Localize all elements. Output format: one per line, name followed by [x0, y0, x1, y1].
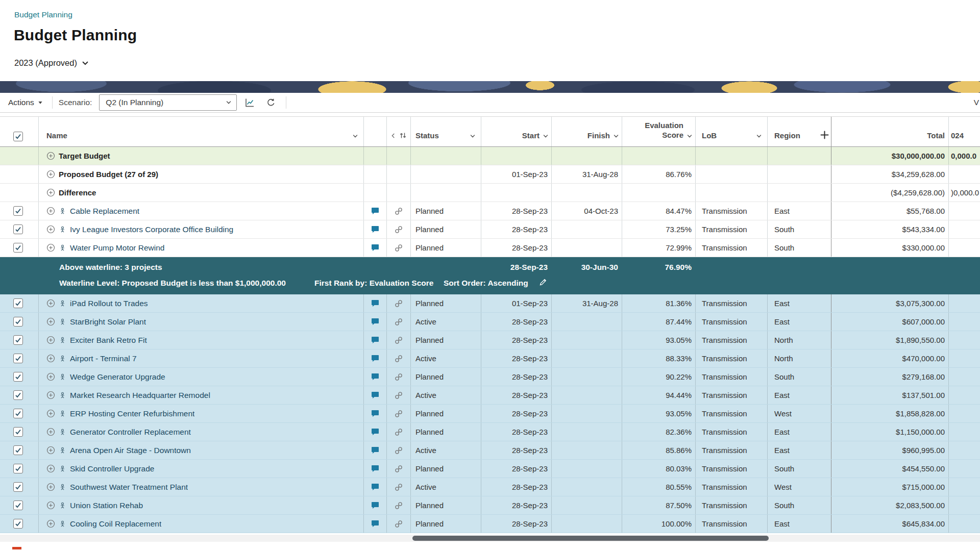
link-icon[interactable] — [395, 428, 403, 436]
row-checkbox[interactable] — [13, 224, 23, 234]
link-icon[interactable] — [395, 226, 403, 234]
row-checkbox[interactable] — [13, 445, 23, 455]
expand-row-icon[interactable] — [46, 501, 55, 510]
link-icon[interactable] — [395, 410, 403, 418]
link-icon[interactable] — [395, 391, 403, 399]
project-name-link[interactable]: Market Research Headquarter Remodel — [70, 391, 210, 400]
column-header-lob[interactable]: LoB — [696, 117, 768, 146]
project-name-link[interactable]: Arena Open Air Stage - Downtown — [70, 446, 191, 455]
table-row[interactable]: Proposed Budget (27 of 29) 01-Sep-23 31-… — [0, 165, 980, 184]
select-all-checkbox[interactable] — [13, 132, 23, 141]
expand-row-icon[interactable] — [46, 317, 55, 326]
link-icon[interactable] — [395, 502, 403, 510]
sort-arrows-icon[interactable] — [399, 132, 407, 139]
project-name-link[interactable]: ERP Hosting Center Refurbishment — [70, 409, 194, 418]
chevron-down-icon[interactable] — [613, 133, 619, 139]
comment-icon[interactable] — [371, 410, 379, 417]
project-name-link[interactable]: Ivy League Investors Corporate Office Bu… — [70, 225, 233, 234]
expand-row-icon[interactable] — [46, 170, 55, 179]
table-row[interactable]: Skid Controller Upgrade Planned 28-Sep-2… — [0, 460, 980, 478]
comment-icon[interactable] — [371, 207, 379, 215]
link-icon[interactable] — [395, 318, 403, 326]
link-icon[interactable] — [395, 446, 403, 455]
comment-icon[interactable] — [371, 502, 379, 509]
project-name-link[interactable]: Wedge Generator Upgrade — [70, 372, 165, 382]
project-name-link[interactable]: iPad Rollout to Trades — [70, 299, 148, 308]
column-header-status[interactable]: Status — [411, 117, 481, 146]
row-checkbox[interactable] — [13, 354, 23, 363]
expand-row-icon[interactable] — [46, 188, 55, 197]
scenario-select[interactable]: Q2 (In Planning) — [99, 94, 237, 111]
table-row[interactable]: StarBright Solar Plant Active 28-Sep-23 … — [0, 313, 980, 331]
table-row[interactable]: Market Research Headquarter Remodel Acti… — [0, 386, 980, 405]
link-icon[interactable] — [395, 373, 403, 381]
expand-row-icon[interactable] — [46, 372, 55, 381]
expand-row-icon[interactable] — [46, 299, 55, 308]
project-name-link[interactable]: Airport - Terminal 7 — [70, 354, 137, 363]
link-icon[interactable] — [395, 244, 403, 252]
project-name-link[interactable]: Water Pump Motor Rewind — [70, 243, 165, 253]
project-name-link[interactable]: Skid Controller Upgrade — [70, 464, 154, 473]
chevron-down-icon[interactable] — [687, 133, 693, 139]
expand-row-icon[interactable] — [46, 409, 55, 418]
table-row[interactable]: Target Budget $30,000,000.00 0,000.0 — [0, 147, 980, 165]
chevron-down-icon[interactable] — [756, 133, 762, 139]
link-icon[interactable] — [395, 299, 403, 308]
table-row[interactable]: iPad Rollout to Trades Planned 01-Sep-23… — [0, 294, 980, 313]
link-icon[interactable] — [395, 483, 403, 491]
table-row[interactable]: Water Pump Motor Rewind Planned 28-Sep-2… — [0, 239, 980, 257]
expand-row-icon[interactable] — [46, 225, 55, 234]
comment-icon[interactable] — [371, 244, 379, 252]
horizontal-scrollbar-thumb[interactable] — [412, 536, 769, 541]
table-row[interactable]: Union Station Rehab Planned 28-Sep-23 87… — [0, 496, 980, 515]
table-row[interactable]: Wedge Generator Upgrade Planned 28-Sep-2… — [0, 368, 980, 386]
row-checkbox[interactable] — [13, 298, 23, 308]
link-icon[interactable] — [395, 336, 403, 344]
comment-icon[interactable] — [371, 446, 379, 454]
table-row[interactable]: Cable Replacement Planned 28-Sep-23 04-O… — [0, 202, 980, 220]
comment-icon[interactable] — [371, 355, 379, 362]
expand-row-icon[interactable] — [46, 243, 55, 252]
row-checkbox[interactable] — [13, 317, 23, 327]
row-checkbox[interactable] — [13, 500, 23, 510]
table-row[interactable]: ERP Hosting Center Refurbishment Planned… — [0, 405, 980, 423]
expand-row-icon[interactable] — [46, 446, 55, 455]
row-checkbox[interactable] — [13, 335, 23, 345]
expand-row-icon[interactable] — [46, 354, 55, 363]
project-name-link[interactable]: Generator Controller Replacement — [70, 428, 191, 437]
row-checkbox[interactable] — [13, 243, 23, 253]
project-name-link[interactable]: Exciter Bank Retro Fit — [70, 336, 147, 345]
column-header-name[interactable]: Name — [39, 117, 364, 146]
chevron-down-icon[interactable] — [543, 133, 549, 139]
table-row[interactable]: Generator Controller Replacement Planned… — [0, 423, 980, 441]
expand-row-icon[interactable] — [46, 483, 55, 491]
table-row[interactable]: Cooling Coil Replacement Planned 28-Sep-… — [0, 515, 980, 533]
comment-icon[interactable] — [371, 428, 379, 436]
column-header-evaluation-score[interactable]: Evaluation Score — [622, 117, 696, 146]
table-row[interactable]: Exciter Bank Retro Fit Planned 28-Sep-23… — [0, 331, 980, 349]
chevron-down-icon[interactable] — [470, 133, 476, 139]
expand-row-icon[interactable] — [46, 428, 55, 436]
column-header-start[interactable]: Start — [481, 117, 552, 146]
row-checkbox[interactable] — [13, 482, 23, 492]
comment-icon[interactable] — [371, 299, 379, 307]
breadcrumb[interactable]: Budget Planning — [14, 10, 72, 19]
row-checkbox[interactable] — [13, 519, 23, 529]
add-column-icon[interactable] — [820, 131, 829, 139]
column-header-total[interactable]: Total — [831, 117, 949, 146]
project-name-link[interactable]: Union Station Rehab — [70, 501, 143, 510]
comment-icon[interactable] — [371, 391, 379, 399]
expand-row-icon[interactable] — [46, 207, 55, 215]
chevron-left-icon[interactable] — [391, 133, 396, 139]
table-row[interactable]: Southwest Water Treatment Plant Active 2… — [0, 478, 980, 496]
horizontal-scrollbar[interactable] — [0, 535, 980, 542]
project-name-link[interactable]: StarBright Solar Plant — [70, 317, 146, 327]
project-name-link[interactable]: Cable Replacement — [70, 207, 139, 216]
table-row[interactable]: Ivy League Investors Corporate Office Bu… — [0, 220, 980, 239]
row-checkbox[interactable] — [13, 427, 23, 437]
comment-icon[interactable] — [371, 465, 379, 472]
comment-icon[interactable] — [371, 373, 379, 381]
view-label-partial[interactable]: V — [974, 98, 980, 107]
actions-menu-button[interactable]: Actions — [5, 96, 46, 109]
column-header-finish[interactable]: Finish — [552, 117, 622, 146]
